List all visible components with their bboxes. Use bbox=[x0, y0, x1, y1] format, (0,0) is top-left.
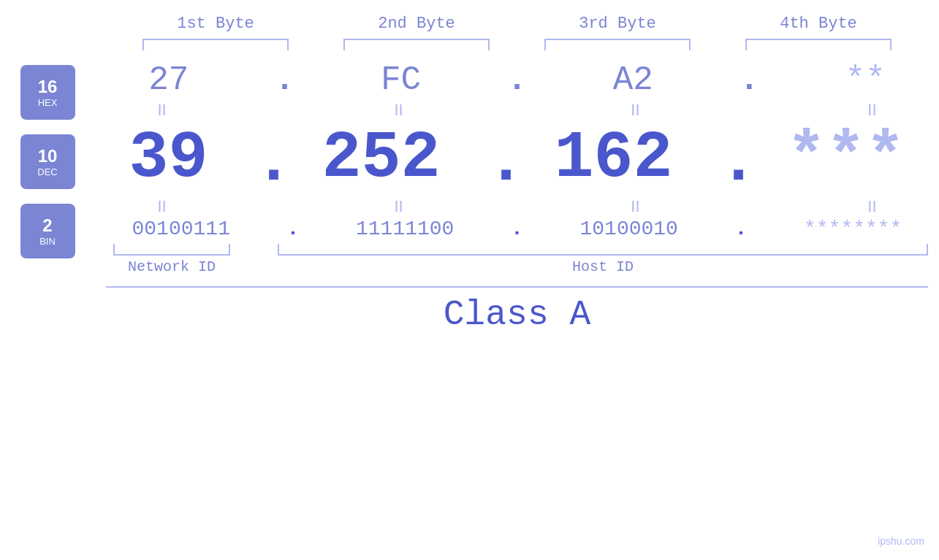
main-display: 16 HEX 10 DEC 2 BIN 27 . FC . A2 . ** bbox=[0, 58, 939, 560]
dot-hex-3: . bbox=[738, 64, 760, 97]
eq-6: II bbox=[394, 197, 403, 216]
dec-b1: 39 bbox=[129, 121, 208, 196]
bin-b3: 10100010 bbox=[579, 218, 677, 240]
eq-1: II bbox=[157, 101, 166, 120]
dot-hex-2: . bbox=[506, 64, 528, 97]
values-grid: 27 . FC . A2 . ** II II II II 39 bbox=[95, 58, 939, 334]
hex-row: 27 . FC . A2 . ** bbox=[95, 61, 939, 99]
eq-4: II bbox=[867, 101, 876, 120]
top-brackets bbox=[115, 39, 919, 50]
badges-column: 16 HEX 10 DEC 2 BIN bbox=[0, 58, 95, 266]
dec-badge-num: 10 bbox=[38, 146, 58, 167]
hex-badge-label: HEX bbox=[38, 97, 58, 108]
bracket-top-2 bbox=[343, 39, 490, 50]
dot-dec-2: . bbox=[486, 129, 508, 195]
host-id-section: Host ID bbox=[278, 244, 928, 275]
eq-8: II bbox=[867, 197, 876, 216]
eq-3: II bbox=[631, 101, 639, 120]
dec-badge: 10 DEC bbox=[20, 134, 75, 189]
host-id-label: Host ID bbox=[572, 258, 634, 275]
bin-badge-num: 2 bbox=[42, 215, 52, 237]
bin-b2: 11111100 bbox=[356, 218, 454, 240]
hex-b2: FC bbox=[381, 61, 421, 99]
bin-b1: 00100111 bbox=[132, 218, 230, 240]
hex-b4: ** bbox=[845, 61, 886, 99]
network-bracket bbox=[113, 244, 230, 256]
hex-b3: A2 bbox=[613, 61, 653, 99]
watermark: ipshu.com bbox=[878, 535, 924, 547]
dot-bin-1: . bbox=[282, 219, 304, 239]
eq-5: II bbox=[157, 197, 166, 216]
hex-badge: 16 HEX bbox=[20, 65, 75, 120]
dec-badge-label: DEC bbox=[37, 166, 57, 177]
bracket-top-4 bbox=[745, 39, 892, 50]
bracket-top-1 bbox=[142, 39, 289, 50]
dot-dec-1: . bbox=[254, 129, 275, 195]
byte2-header: 2nd Byte bbox=[336, 15, 497, 33]
bracket-top-3 bbox=[544, 39, 691, 50]
equals-row-1: II II II II bbox=[95, 101, 939, 120]
byte3-header: 3rd Byte bbox=[537, 15, 698, 33]
dec-row: 39 . 252 . 162 . *** bbox=[95, 121, 939, 196]
main-container: 1st Byte 2nd Byte 3rd Byte 4th Byte 16 H… bbox=[0, 0, 939, 560]
dot-dec-3: . bbox=[718, 129, 740, 195]
eq-7: II bbox=[631, 197, 639, 216]
eq-2: II bbox=[394, 101, 403, 120]
bottom-brackets-row: Network ID Host ID bbox=[95, 244, 939, 275]
byte4-header: 4th Byte bbox=[738, 15, 899, 33]
bin-b4: ******** bbox=[804, 218, 902, 240]
hex-badge-num: 16 bbox=[38, 77, 58, 98]
class-line bbox=[106, 286, 928, 288]
byte-headers: 1st Byte 2nd Byte 3rd Byte 4th Byte bbox=[115, 15, 919, 33]
hex-b1: 27 bbox=[148, 61, 189, 99]
dot-bin-3: . bbox=[730, 219, 752, 239]
dec-b3: 162 bbox=[554, 121, 672, 196]
byte1-header: 1st Byte bbox=[135, 15, 296, 33]
bin-badge: 2 BIN bbox=[20, 204, 75, 258]
dot-bin-2: . bbox=[506, 219, 528, 239]
network-id-section: Network ID bbox=[106, 244, 237, 275]
dec-b2: 252 bbox=[322, 121, 440, 196]
class-section: Class A bbox=[95, 286, 939, 334]
host-bracket bbox=[278, 244, 928, 256]
network-id-label: Network ID bbox=[128, 258, 216, 275]
dec-b4: *** bbox=[786, 121, 905, 196]
bin-badge-label: BIN bbox=[39, 236, 56, 247]
equals-row-2: II II II II bbox=[95, 197, 939, 216]
dot-hex-1: . bbox=[274, 64, 296, 97]
class-label: Class A bbox=[444, 295, 591, 334]
bin-row: 00100111 . 11111100 . 10100010 . *******… bbox=[95, 218, 939, 240]
